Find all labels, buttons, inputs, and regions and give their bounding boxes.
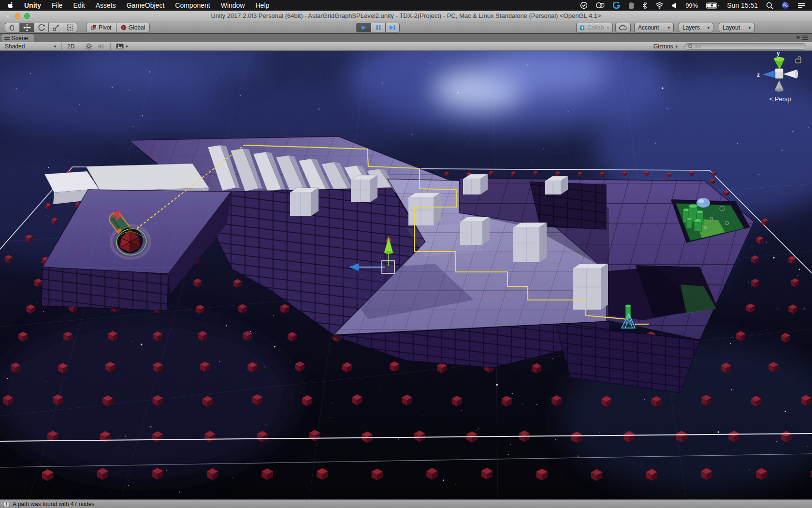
account-caret-icon: ▾ — [667, 25, 670, 30]
layers-label: Layers — [682, 24, 700, 31]
step-button[interactable] — [385, 23, 400, 32]
siri-icon[interactable] — [782, 1, 789, 9]
scene-tab-bar: Scene — [0, 34, 812, 42]
gizmo-z-label: z — [757, 72, 760, 78]
move-tool-button[interactable] — [19, 23, 34, 32]
gizmos-label: Gizmos — [653, 43, 673, 50]
search-icon — [688, 44, 694, 49]
scene-canvas[interactable]: yz< Persp — [0, 51, 812, 499]
gizmos-caret-icon: ▾ — [675, 44, 678, 49]
pivot-icon — [91, 25, 97, 30]
info-icon — [3, 501, 10, 508]
play-button[interactable] — [356, 23, 371, 32]
scene-tab-label: Scene — [12, 35, 28, 42]
pane-menu-icons — [796, 35, 808, 40]
minimize-window-button[interactable] — [14, 13, 20, 19]
persp-toggle-label[interactable]: < Persp — [769, 95, 791, 103]
collab-button[interactable]: Collab ▾ — [576, 23, 613, 32]
menubar-menus: UnityFileEditAssetsGameObjectComponentWi… — [7, 0, 275, 11]
sun-icon — [86, 43, 92, 50]
cloud-services-button[interactable] — [615, 23, 631, 32]
traffic-lights — [5, 13, 30, 19]
transform-tools — [5, 23, 77, 32]
scene-grid-icon — [4, 36, 10, 41]
window-titlebar[interactable]: Unity 2017.2.0f3 Personal (64bit) - Asta… — [0, 11, 812, 21]
layout-caret-icon: ▾ — [748, 25, 751, 30]
menubar-clock[interactable]: Sun 15:51 — [727, 1, 758, 9]
pane-burger-icon[interactable] — [802, 35, 808, 40]
layout-label: Layout — [723, 24, 740, 31]
zoom-window-button[interactable] — [24, 13, 30, 19]
macos-menubar: UnityFileEditAssetsGameObjectComponentWi… — [0, 0, 812, 11]
scale-tool-button[interactable] — [48, 23, 63, 32]
pivot-label: Pivot — [99, 24, 112, 31]
draw-mode-caret-icon: ▾ — [54, 44, 56, 49]
apple-menu-icon[interactable] — [7, 2, 19, 9]
rotate-tool-button[interactable] — [34, 23, 48, 32]
draw-mode-label: Shaded — [5, 43, 25, 50]
tab-scene[interactable]: Scene — [1, 34, 34, 42]
notification-center-icon[interactable] — [798, 2, 805, 9]
global-toggle-button[interactable]: Global — [116, 23, 150, 32]
pane-caret-icon[interactable] — [796, 36, 800, 40]
layers-caret-icon: ▾ — [707, 25, 710, 30]
rect-tool-button[interactable] — [63, 23, 77, 32]
todo-check-icon[interactable] — [580, 1, 588, 9]
lighting-toggle-button[interactable] — [83, 43, 95, 50]
creative-cloud-icon[interactable] — [596, 2, 605, 9]
volume-icon[interactable] — [672, 2, 677, 9]
wifi-icon[interactable] — [655, 2, 664, 9]
2d-label: 2D — [67, 43, 74, 50]
collab-caret-icon: ▾ — [607, 25, 609, 30]
move-gizmo-center-handle — [382, 261, 394, 273]
effects-caret-icon: ▾ — [126, 44, 128, 49]
scene-view-toolbar: Shaded ▾ 2D ▾ Gizmos ▾ — [0, 42, 812, 51]
account-label: Account — [638, 24, 659, 31]
gizmos-dropdown[interactable]: Gizmos ▾ — [652, 43, 680, 50]
pivot-global-toggles: Pivot Global — [86, 23, 150, 32]
collab-label: Collab — [587, 24, 604, 31]
hand-tool-button[interactable] — [5, 23, 19, 32]
menu-item-file[interactable]: File — [46, 1, 68, 9]
layout-dropdown[interactable]: Layout ▾ — [719, 23, 754, 32]
layers-dropdown[interactable]: Layers ▾ — [679, 23, 713, 32]
image-icon — [116, 44, 124, 49]
menu-item-component[interactable]: Component — [170, 1, 215, 9]
collab-icon — [580, 25, 584, 31]
battery-percent: 99% — [685, 2, 698, 9]
spotlight-search-icon[interactable] — [766, 2, 773, 9]
scene-viewport[interactable]: yz< Persp — [0, 51, 812, 499]
menu-item-window[interactable]: Window — [216, 1, 250, 9]
play-controls — [356, 23, 400, 32]
bluetooth-icon[interactable] — [642, 2, 647, 9]
battery-icon[interactable] — [706, 2, 719, 9]
cloud-icon — [619, 25, 627, 30]
menu-item-gameobject[interactable]: GameObject — [121, 1, 170, 9]
unity-toolbar: Pivot Global Collab ▾ — [0, 21, 812, 34]
window-title: Unity 2017.2.0f3 Personal (64bit) - Asta… — [211, 12, 601, 19]
draw-mode-dropdown[interactable]: Shaded ▾ — [2, 43, 59, 50]
scene-search-field[interactable] — [684, 43, 806, 50]
logitech-g-icon[interactable] — [613, 2, 620, 9]
menu-item-unity[interactable]: Unity — [19, 1, 46, 9]
gizmo-y-label: y — [777, 51, 780, 57]
toggle-2d-button[interactable]: 2D — [64, 43, 77, 50]
pause-button[interactable] — [371, 23, 385, 32]
effects-dropdown-button[interactable]: ▾ — [113, 43, 131, 50]
global-icon — [121, 25, 127, 30]
status-bar[interactable]: A path was found with 47 nodes — [0, 499, 812, 508]
account-dropdown[interactable]: Account ▾ — [634, 23, 674, 32]
audio-toggle-button[interactable] — [95, 43, 108, 50]
menu-item-help[interactable]: Help — [250, 1, 275, 9]
menu-item-edit[interactable]: Edit — [68, 1, 90, 9]
close-window-button[interactable] — [5, 13, 11, 19]
status-message: A path was found with 47 nodes — [13, 501, 94, 508]
menubar-status-icons: 99% Sun 15:51 — [580, 1, 805, 9]
search-input[interactable] — [695, 44, 792, 49]
pivot-toggle-button[interactable]: Pivot — [86, 23, 116, 32]
audio-icon — [98, 44, 105, 49]
unity-editor-window: UnityFileEditAssetsGameObjectComponentWi… — [0, 0, 812, 508]
menu-item-assets[interactable]: Assets — [90, 1, 121, 9]
clipboard-icon[interactable] — [628, 2, 634, 9]
global-label: Global — [129, 24, 145, 31]
